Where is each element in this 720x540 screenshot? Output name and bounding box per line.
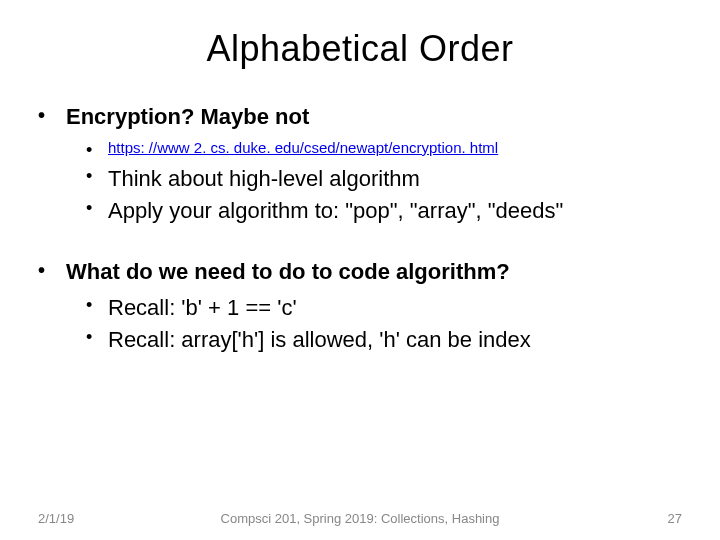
footer-date: 2/1/19 — [38, 511, 74, 526]
bullet-dot-icon: • — [86, 196, 108, 226]
bullet-sub: • Think about high-level algorithm — [86, 164, 682, 194]
bullet-sub-text: Recall: 'b' + 1 == 'c' — [108, 293, 297, 323]
slide-content: • Encryption? Maybe not • https: //www 2… — [38, 102, 682, 354]
bullet-sub-text: Apply your algorithm to: "pop", "array",… — [108, 196, 563, 226]
slide-footer: 2/1/19 Compsci 201, Spring 2019: Collect… — [0, 511, 720, 526]
bullet-dot-icon: • — [86, 293, 108, 323]
bullet-dot-icon: • — [86, 164, 108, 194]
bullet-dot-icon: • — [86, 325, 108, 355]
bullet-sub: • Recall: 'b' + 1 == 'c' — [86, 293, 682, 323]
bullet-sub: • Recall: array['h'] is allowed, 'h' can… — [86, 325, 682, 355]
footer-course: Compsci 201, Spring 2019: Collections, H… — [221, 511, 500, 527]
bullet-dot-icon: • — [38, 102, 66, 132]
bullet-sub: • Apply your algorithm to: "pop", "array… — [86, 196, 682, 226]
spacer — [38, 227, 682, 257]
bullet-sub: • https: //www 2. cs. duke. edu/csed/new… — [86, 138, 682, 162]
bullet-sub-text: Think about high-level algorithm — [108, 164, 420, 194]
bullet-heading: • What do we need to do to code algorith… — [38, 257, 682, 287]
bullet-heading: • Encryption? Maybe not — [38, 102, 682, 132]
slide: Alphabetical Order • Encryption? Maybe n… — [0, 0, 720, 540]
footer-page-number: 27 — [668, 511, 682, 526]
bullet-sub-text: Recall: array['h'] is allowed, 'h' can b… — [108, 325, 531, 355]
bullet-dot-icon: • — [86, 138, 108, 162]
slide-title: Alphabetical Order — [38, 28, 682, 70]
bullet-heading-text: What do we need to do to code algorithm? — [66, 257, 510, 287]
bullet-dot-icon: • — [38, 257, 66, 287]
bullet-heading-text: Encryption? Maybe not — [66, 102, 309, 132]
encryption-link[interactable]: https: //www 2. cs. duke. edu/csed/newap… — [108, 138, 498, 162]
